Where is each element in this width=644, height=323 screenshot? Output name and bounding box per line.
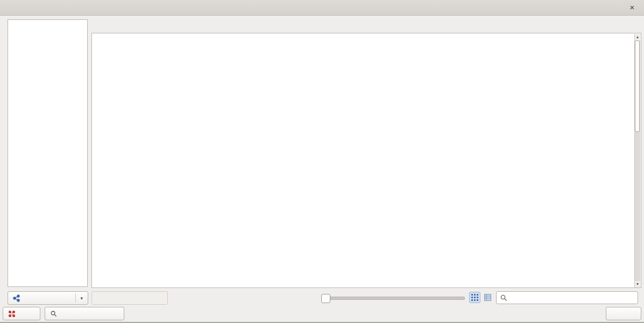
search-icon: [50, 310, 57, 317]
help-icon: [8, 310, 16, 318]
list-view-icon: [484, 294, 491, 301]
icon-size-slider[interactable]: [322, 297, 465, 300]
scroll-down-icon[interactable]: ▼: [635, 281, 640, 287]
divider: [75, 293, 76, 303]
search-icon: [500, 294, 507, 304]
filter-symbols-box: [496, 291, 638, 304]
slider-handle[interactable]: [321, 294, 330, 303]
help-button[interactable]: [3, 307, 40, 320]
list-view-button[interactable]: [482, 292, 493, 303]
close-button[interactable]: [606, 307, 641, 320]
symbol-grid: [93, 33, 635, 37]
filter-symbols-input[interactable]: [511, 292, 636, 304]
scrollbar-thumb[interactable]: [635, 40, 640, 132]
copy-to-default-style-button[interactable]: [91, 291, 168, 305]
scroll-up-icon[interactable]: ▲: [635, 34, 640, 40]
tag-tree-panel[interactable]: [8, 19, 88, 287]
import-export-button[interactable]: ▾: [8, 291, 88, 305]
symbol-list-panel: ▲ ▼: [91, 33, 641, 288]
grid-view-icon: [471, 294, 478, 301]
vertical-scrollbar[interactable]: ▲ ▼: [634, 34, 640, 287]
close-icon[interactable]: ×: [627, 2, 638, 13]
browse-online-styles-button[interactable]: [45, 307, 124, 320]
title-bar: ×: [0, 0, 644, 16]
chevron-down-icon[interactable]: ▾: [80, 296, 83, 301]
grid-view-button[interactable]: [469, 292, 480, 303]
share-icon: [13, 294, 20, 302]
